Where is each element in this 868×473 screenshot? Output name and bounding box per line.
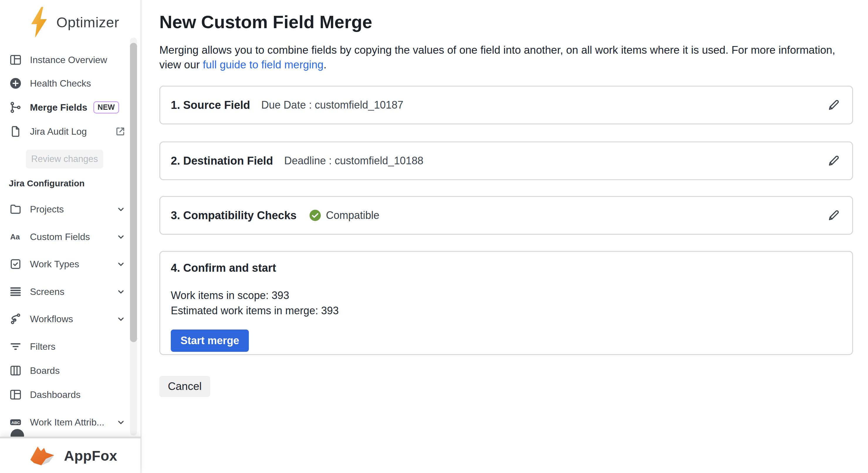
app-name: Optimizer (56, 14, 119, 31)
sidebar-item-projects[interactable]: Projects (9, 199, 126, 219)
layout-icon (9, 53, 22, 67)
confirm-summary: Work items in scope: 393 Estimated work … (171, 288, 842, 318)
start-merge-button[interactable]: Start merge (171, 329, 249, 352)
workflow-icon (9, 312, 22, 326)
compatibility-status-label: Compatible (326, 209, 379, 222)
jira-configuration-heading: Jira Configuration (9, 179, 85, 188)
review-changes-button[interactable]: Review changes (26, 150, 103, 168)
sidebar: Optimizer Instance Overview Health Check… (0, 0, 142, 473)
sidebar-item-label: Jira Audit Log (30, 126, 87, 137)
page-title: New Custom Field Merge (159, 12, 372, 32)
sidebar-item-workflows[interactable]: Workflows (9, 309, 126, 328)
filter-icon (9, 340, 22, 353)
svg-text:Aa: Aa (10, 233, 20, 241)
chevron-down-icon (116, 314, 126, 324)
dashboard-icon (9, 388, 22, 401)
sidebar-scrollbar-thumb[interactable] (130, 43, 137, 342)
list-lines-icon (9, 285, 22, 298)
abc-icon: ABC (9, 415, 22, 429)
sidebar-item-label: Boards (30, 365, 60, 376)
step-title: 2. Destination Field (171, 155, 273, 167)
lightning-bolt-icon (28, 6, 50, 39)
sidebar-item-dashboards[interactable]: Dashboards (9, 385, 126, 404)
field-merging-guide-link[interactable]: full guide to field merging (203, 59, 323, 71)
pencil-icon (827, 154, 841, 167)
sidebar-item-work-item-attributes[interactable]: ABC Work Item Attrib... (9, 413, 126, 432)
intro-text-period: . (323, 59, 326, 71)
pencil-icon (827, 98, 841, 112)
sidebar-item-label: Custom Fields (30, 231, 90, 242)
edit-destination-field-button[interactable] (826, 153, 842, 168)
folder-icon (9, 202, 22, 216)
sidebar-item-label: Merge Fields (30, 102, 88, 113)
step-title: 4. Confirm and start (171, 262, 276, 274)
cancel-button[interactable]: Cancel (159, 376, 210, 397)
estimated-work-items: Estimated work items in merge: 393 (171, 303, 842, 318)
intro-paragraph: Merging allows you to combine fields by … (159, 43, 851, 72)
sidebar-item-label: Instance Overview (30, 55, 107, 65)
sidebar-item-boards[interactable]: Boards (9, 361, 126, 380)
step-title: 3. Compatibility Checks (171, 209, 297, 222)
footer-brand-name: AppFox (64, 448, 117, 464)
edit-compatibility-button[interactable] (826, 208, 842, 223)
sidebar-item-label: Screens (30, 286, 64, 297)
main-content: New Custom Field Merge Merging allows yo… (142, 0, 868, 473)
plus-circle-icon (9, 76, 22, 90)
svg-text:ABC: ABC (11, 420, 20, 425)
external-link-icon (115, 126, 126, 137)
sidebar-item-filters[interactable]: Filters (9, 337, 126, 356)
appfox-fox-icon (28, 444, 56, 467)
work-items-in-scope: Work items in scope: 393 (171, 288, 842, 303)
sidebar-item-work-types[interactable]: Work Types (9, 254, 126, 274)
step-card-compatibility-checks: 3. Compatibility Checks Compatible (159, 196, 853, 235)
columns-icon (9, 364, 22, 377)
check-circle-icon (309, 209, 321, 222)
sidebar-item-label: Work Types (30, 259, 79, 270)
sidebar-item-label: Dashboards (30, 389, 81, 400)
sidebar-item-label: Work Item Attrib... (30, 417, 104, 428)
document-icon (9, 125, 22, 138)
compatibility-status: Compatible (309, 209, 379, 222)
step-title: 1. Source Field (171, 99, 250, 112)
source-field-value: Due Date : customfield_10187 (261, 99, 403, 111)
step-card-source-field: 1. Source Field Due Date : customfield_1… (159, 86, 853, 124)
sidebar-item-health-checks[interactable]: Health Checks (9, 74, 126, 93)
sidebar-item-label: Health Checks (30, 78, 91, 89)
pencil-icon (827, 209, 841, 222)
sidebar-item-label: Filters (30, 341, 56, 352)
checkbox-icon (9, 257, 22, 271)
step-card-destination-field: 2. Destination Field Deadline : customfi… (159, 141, 853, 180)
chevron-down-icon (116, 286, 126, 297)
sidebar-footer: AppFox (0, 437, 141, 473)
edit-source-field-button[interactable] (826, 97, 842, 113)
sidebar-item-screens[interactable]: Screens (9, 282, 126, 301)
sidebar-item-label: Projects (30, 204, 64, 215)
sidebar-item-label: Workflows (30, 314, 73, 324)
chevron-down-icon (116, 204, 126, 215)
chevron-down-icon (116, 417, 126, 428)
sidebar-item-instance-overview[interactable]: Instance Overview (9, 50, 126, 69)
text-aa-icon: Aa (9, 230, 22, 244)
app-logo: Optimizer (28, 6, 119, 39)
sidebar-item-jira-audit-log[interactable]: Jira Audit Log (9, 122, 126, 141)
merge-icon (9, 101, 22, 114)
sidebar-item-custom-fields[interactable]: Aa Custom Fields (9, 227, 126, 247)
sidebar-item-merge-fields[interactable]: Merge Fields NEW (9, 98, 126, 117)
destination-field-value: Deadline : customfield_10188 (284, 155, 423, 167)
chevron-down-icon (116, 231, 126, 242)
chevron-down-icon (116, 259, 126, 270)
new-badge: NEW (93, 101, 119, 114)
step-card-confirm-and-start: 4. Confirm and start Work items in scope… (159, 251, 853, 355)
